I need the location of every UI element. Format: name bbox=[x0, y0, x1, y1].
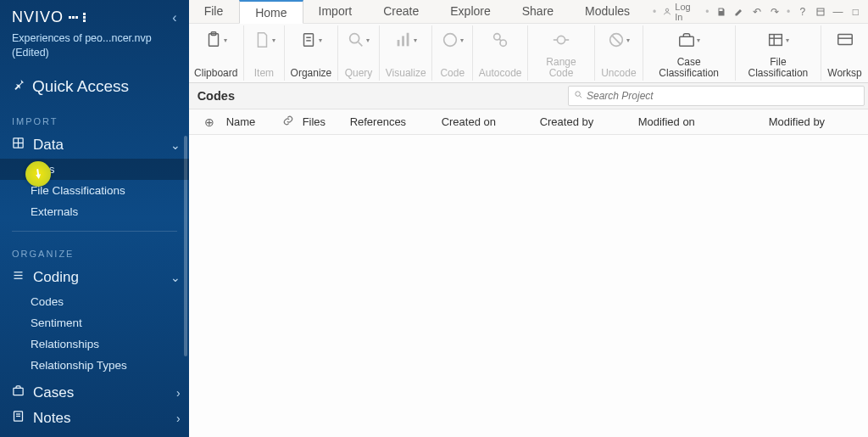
svg-rect-22 bbox=[398, 40, 400, 46]
panel-title: Codes bbox=[189, 84, 243, 108]
chevron-down-icon: ⌄ bbox=[170, 138, 181, 152]
add-column-icon[interactable]: ⊕ bbox=[198, 115, 220, 129]
search-input[interactable] bbox=[583, 87, 859, 104]
ribbon-autocode[interactable]: Autocode bbox=[473, 25, 528, 81]
uncode-icon: ▾ bbox=[607, 29, 630, 51]
file-classification-icon: ▾ bbox=[766, 29, 789, 51]
login-button[interactable]: Log In bbox=[663, 2, 698, 22]
save-icon[interactable] bbox=[715, 6, 726, 18]
ribbon-item[interactable]: ▾ Item bbox=[244, 25, 285, 81]
chevron-down-icon: ⌄ bbox=[170, 271, 181, 284]
ribbon-range-code[interactable]: Range Code bbox=[528, 25, 595, 81]
titlebar-actions: • Log In • ↶ ↷ • ? — □ bbox=[646, 0, 868, 23]
ribbon: ▾ Clipboard ▾ Item ▾ Organize ▾ Query ▾ … bbox=[189, 24, 868, 83]
nav-group-notes[interactable]: Notes › bbox=[0, 406, 189, 432]
svg-line-21 bbox=[359, 42, 363, 47]
ribbon-query[interactable]: ▾ Query bbox=[338, 25, 380, 81]
ribbon-code[interactable]: ▾ Code bbox=[432, 25, 473, 81]
tab-modules[interactable]: Modules bbox=[570, 0, 646, 23]
nav-group-data[interactable]: Data ⌄ bbox=[0, 133, 189, 159]
autocode-icon bbox=[491, 29, 509, 51]
coding-icon bbox=[12, 269, 25, 286]
nav-group-cases[interactable]: Cases › bbox=[0, 381, 189, 406]
column-headers: ⊕ Name Files References Created on Creat… bbox=[189, 109, 868, 135]
minimize-icon[interactable]: — bbox=[832, 6, 843, 18]
svg-rect-6 bbox=[14, 388, 23, 395]
col-modified-by[interactable]: Modified by bbox=[762, 115, 864, 128]
col-created-by[interactable]: Created by bbox=[533, 115, 632, 128]
tab-create[interactable]: Create bbox=[368, 0, 435, 23]
sidebar-collapse-icon[interactable]: ‹ bbox=[172, 10, 176, 25]
maximize-icon[interactable]: □ bbox=[850, 6, 861, 18]
svg-point-29 bbox=[557, 36, 565, 43]
svg-rect-24 bbox=[407, 33, 409, 47]
chevron-right-icon: › bbox=[176, 386, 181, 400]
svg-line-41 bbox=[580, 96, 581, 98]
nav-item-externals[interactable]: Externals bbox=[0, 201, 189, 222]
nav-item-relationship-types[interactable]: Relationship Types bbox=[0, 355, 189, 376]
svg-rect-35 bbox=[770, 35, 782, 46]
tab-home[interactable]: Home bbox=[239, 0, 303, 24]
data-icon bbox=[12, 137, 25, 154]
col-files[interactable]: Files bbox=[296, 115, 343, 128]
nav-group-sets[interactable]: Sets › bbox=[0, 432, 189, 437]
edit-icon[interactable] bbox=[733, 6, 744, 18]
sidebar: NVIVO ‹ Experiences of peo...ncer.nvp (E… bbox=[0, 0, 189, 437]
col-references[interactable]: References bbox=[343, 115, 435, 128]
section-label-import: IMPORT bbox=[0, 108, 189, 133]
svg-rect-17 bbox=[304, 34, 314, 47]
divider bbox=[12, 231, 177, 232]
cases-icon bbox=[12, 384, 25, 401]
nav-group-coding[interactable]: Coding ⌄ bbox=[0, 266, 189, 291]
tab-share[interactable]: Share bbox=[507, 0, 570, 23]
pin-icon bbox=[12, 77, 25, 96]
svg-rect-38 bbox=[837, 35, 852, 45]
search-box[interactable] bbox=[568, 86, 865, 106]
visualize-icon: ▾ bbox=[394, 29, 417, 51]
ribbon-uncode[interactable]: ▾ Uncode bbox=[595, 25, 643, 81]
tab-import[interactable]: Import bbox=[303, 0, 369, 23]
svg-rect-13 bbox=[817, 8, 824, 15]
svg-point-12 bbox=[666, 8, 669, 11]
help-icon[interactable]: ? bbox=[797, 6, 808, 18]
redo-icon[interactable]: ↷ bbox=[769, 6, 780, 18]
range-code-icon bbox=[552, 29, 570, 51]
section-label-organize: ORGANIZE bbox=[0, 240, 189, 266]
svg-point-27 bbox=[500, 40, 506, 46]
tab-file[interactable]: File bbox=[189, 0, 240, 23]
ribbon-clipboard[interactable]: ▾ Clipboard bbox=[189, 25, 244, 81]
brand-dots-icon bbox=[69, 16, 78, 19]
ribbon-visualize[interactable]: ▾ Visualize bbox=[380, 25, 432, 81]
nav-item-codes[interactable]: Codes bbox=[0, 291, 189, 312]
svg-line-33 bbox=[613, 36, 620, 43]
link-icon[interactable] bbox=[275, 115, 296, 129]
case-classification-icon: ▾ bbox=[677, 29, 700, 51]
query-icon: ▾ bbox=[347, 29, 370, 51]
col-created-on[interactable]: Created on bbox=[435, 115, 533, 128]
settings-icon[interactable] bbox=[815, 6, 826, 18]
main-area: File Home Import Create Explore Share Mo… bbox=[189, 0, 868, 437]
ribbon-organize[interactable]: ▾ Organize bbox=[285, 25, 338, 81]
col-modified-on[interactable]: Modified on bbox=[632, 115, 762, 128]
organize-icon: ▾ bbox=[299, 29, 322, 51]
clipboard-icon: ▾ bbox=[204, 29, 227, 51]
project-title: Experiences of peo...ncer.nvp (Edited) bbox=[0, 31, 189, 69]
ribbon-file-classification[interactable]: ▾ File Classification bbox=[736, 25, 821, 81]
quick-access-link[interactable]: Quick Access bbox=[0, 69, 189, 108]
undo-icon[interactable]: ↶ bbox=[751, 6, 762, 18]
item-icon: ▾ bbox=[253, 29, 275, 51]
content-area bbox=[189, 135, 868, 437]
tab-explore[interactable]: Explore bbox=[435, 0, 506, 23]
nav-item-sentiment[interactable]: Sentiment bbox=[0, 312, 189, 333]
ribbon-workspace[interactable]: Worksp bbox=[821, 25, 868, 81]
col-name[interactable]: Name bbox=[220, 115, 275, 128]
svg-point-25 bbox=[444, 34, 457, 47]
search-icon bbox=[574, 90, 583, 102]
ribbon-case-classification[interactable]: ▾ Case Classification bbox=[643, 25, 736, 81]
workspace-icon bbox=[836, 29, 854, 51]
brand-logo: NVIVO bbox=[12, 8, 86, 26]
nav-item-relationships[interactable]: Relationships bbox=[0, 333, 189, 355]
cursor-highlight-icon bbox=[25, 161, 51, 187]
notes-icon bbox=[12, 410, 25, 427]
menu-tabs: File Home Import Create Explore Share Mo… bbox=[189, 0, 646, 23]
